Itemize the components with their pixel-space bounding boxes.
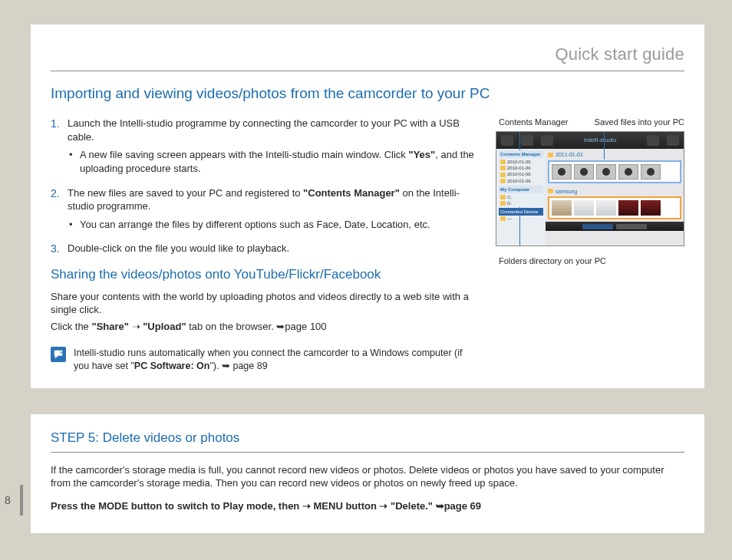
- step-1-bullet-pre: A new file saving screen appears with th…: [80, 149, 409, 160]
- step-3: 3. Double-click on the file you would li…: [51, 242, 480, 255]
- date-folder: 2010-01-06: [499, 178, 543, 184]
- topbar-button-icon: [647, 135, 659, 146]
- app-title: Intelli-studio: [561, 137, 639, 145]
- panel-date-title: 2011-01-01: [548, 151, 681, 158]
- sharing-body-2: Click the "Share" ➝ "Upload" tab on the …: [51, 320, 480, 334]
- step-2-pre: The new files are saved to your PC and r…: [68, 187, 303, 199]
- date-folder: 2010-01-06: [499, 165, 543, 171]
- date-folder: 2010-01-06: [499, 171, 543, 177]
- footer-button-icon: [616, 224, 647, 229]
- note-box: Intelli-studio runs automatically when y…: [51, 347, 480, 373]
- page-body: Quick start guide Importing and viewing …: [31, 25, 704, 388]
- step-number: 1.: [51, 117, 60, 131]
- step-2-bullet: You can arrange the files by different o…: [68, 218, 480, 232]
- section-heading: Importing and viewing videos/photos from…: [51, 84, 684, 104]
- divider: [51, 71, 684, 71]
- step-1-bullet-bold: "Yes": [409, 149, 436, 160]
- step-number: 3.: [51, 242, 60, 256]
- step-1-bullet: A new file saving screen appears with th…: [68, 148, 480, 175]
- page-number: 8: [5, 493, 14, 508]
- panel-folder-title: samsung: [548, 188, 681, 195]
- left-column: 1. Launch the Intelli-studio programme b…: [51, 117, 480, 373]
- intelli-studio-screenshot: Intelli-studio Contents Manager 2010-01-…: [496, 131, 684, 246]
- right-column: Contents Manager Saved files into your P…: [496, 117, 684, 373]
- sharing-body-1: Share your contents with the world by up…: [51, 290, 480, 317]
- share-pre: Click the: [51, 321, 91, 332]
- app-topbar: Intelli-studio: [496, 132, 684, 149]
- numbered-steps: 1. Launch the Intelli-studio programme b…: [51, 117, 480, 255]
- step-3-text: Double-click on the file you would like …: [68, 242, 289, 254]
- note-bold: PC Software: On: [134, 361, 210, 371]
- label-contents-manager: Contents Manager: [496, 117, 569, 128]
- note-icon: [51, 347, 66, 362]
- share-arrow: ➝: [129, 321, 143, 332]
- note-pre: Intelli-studio runs automatically when y…: [74, 348, 462, 371]
- topbar-button-icon: [541, 135, 553, 146]
- app-footer: [546, 222, 684, 231]
- callout-line: [604, 132, 605, 160]
- two-column-layout: 1. Launch the Intelli-studio programme b…: [51, 117, 684, 373]
- chapter-title: Quick start guide: [51, 43, 684, 66]
- sidebar-my-computer: My Computer: [499, 186, 543, 193]
- page-number-bar-icon: [20, 485, 23, 516]
- subheading-sharing: Sharing the videos/photos onto YouTube/F…: [51, 266, 480, 284]
- photo-thumb-icon: [552, 200, 572, 216]
- drive-folder: C:: [499, 194, 543, 200]
- topbar-button-icon: [501, 135, 513, 146]
- callout-line: [519, 207, 520, 245]
- divider: [51, 452, 684, 453]
- share-bold-2: "Upload": [143, 321, 186, 332]
- page-number-block: 8: [5, 485, 23, 516]
- share-bold-1: "Share": [91, 321, 128, 332]
- video-thumb-icon: [618, 164, 638, 180]
- step5-bold-line: Press the MODE button to switch to Play …: [51, 499, 684, 513]
- video-thumb-icon: [574, 164, 594, 180]
- callout-line: [519, 132, 520, 150]
- video-thumb-icon: [641, 164, 661, 180]
- photo-thumb-icon: [596, 200, 616, 216]
- note-text: Intelli-studio runs automatically when y…: [74, 347, 480, 373]
- screenshot-labels-top: Contents Manager Saved files into your P…: [496, 117, 684, 128]
- step5-section: STEP 5: Delete videos or photos If the c…: [31, 414, 704, 533]
- sidebar-contents-manager: Contents Manager: [499, 150, 543, 158]
- topbar-button-icon: [667, 135, 679, 146]
- share-post: tab on the browser. ➥page 100: [186, 321, 327, 332]
- note-post: "). ➥ page 89: [209, 361, 267, 371]
- step5-heading: STEP 5: Delete videos or photos: [51, 430, 684, 447]
- video-thumb-icon: [552, 164, 572, 180]
- device-folder: —: [499, 216, 543, 222]
- video-thumbnails: [548, 160, 681, 183]
- label-folders-directory: Folders directory on your PC: [496, 255, 684, 267]
- sidebar: Contents Manager 2010-01-06 2010-01-06 2…: [496, 149, 546, 246]
- step-2: 2. The new files are saved to your PC an…: [51, 186, 480, 232]
- drive-folder: D:: [499, 200, 543, 206]
- step-2-bold: "Contents Manager": [303, 187, 400, 199]
- video-thumb-icon: [596, 164, 616, 180]
- photo-thumb-icon: [618, 200, 638, 216]
- label-saved-files: Saved files into your PC: [595, 117, 684, 128]
- step5-body: If the camcorder's storage media is full…: [51, 463, 684, 490]
- step-1-text: Launch the Intelli-studio programme by c…: [68, 117, 460, 143]
- content-area: 2011-01-01 samsung: [546, 149, 684, 246]
- sidebar-connected-device: Connected Device: [499, 208, 543, 216]
- photo-thumb-icon: [641, 200, 661, 216]
- step-1: 1. Launch the Intelli-studio programme b…: [51, 117, 480, 175]
- step-number: 2.: [51, 186, 60, 201]
- photo-thumb-icon: [574, 200, 594, 216]
- date-folder: 2010-01-06: [499, 159, 543, 165]
- footer-button-icon: [582, 224, 613, 229]
- topbar-button-icon: [521, 135, 533, 146]
- photo-thumbnails: [548, 196, 681, 219]
